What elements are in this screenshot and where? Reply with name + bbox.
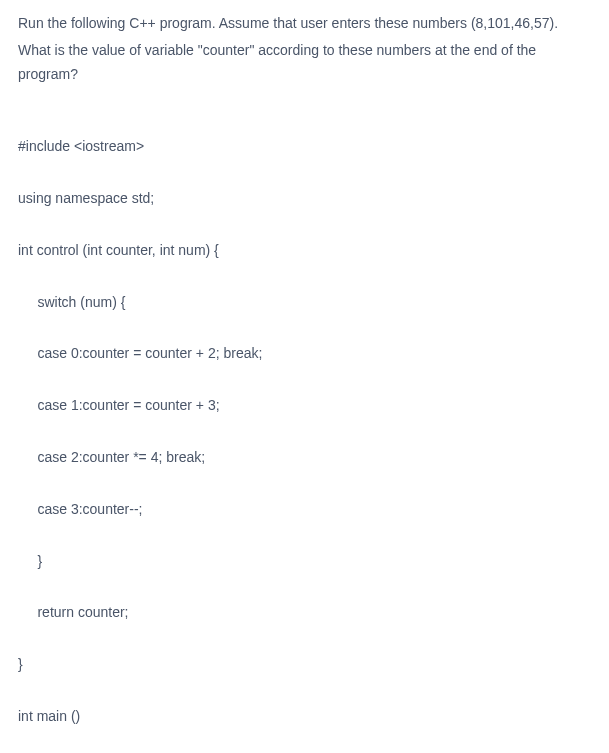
code-line: #include <iostream> [18,134,591,160]
code-line: case 0:counter = counter + 2; break; [18,341,591,367]
question-block: Run the following C++ program. Assume th… [18,12,591,86]
code-line: int main () [18,704,591,730]
code-line: case 2:counter *= 4; break; [18,445,591,471]
code-line: int control (int counter, int num) { [18,238,591,264]
code-block: #include <iostream> using namespace std;… [18,108,591,753]
code-line: switch (num) { [18,290,591,316]
code-line: } [18,549,591,575]
code-line: return counter; [18,600,591,626]
code-line: case 1:counter = counter + 3; [18,393,591,419]
code-line: } [18,652,591,678]
code-line: using namespace std; [18,186,591,212]
question-line-2: What is the value of variable "counter" … [18,39,591,87]
code-line: case 3:counter--; [18,497,591,523]
question-line-1: Run the following C++ program. Assume th… [18,12,591,36]
